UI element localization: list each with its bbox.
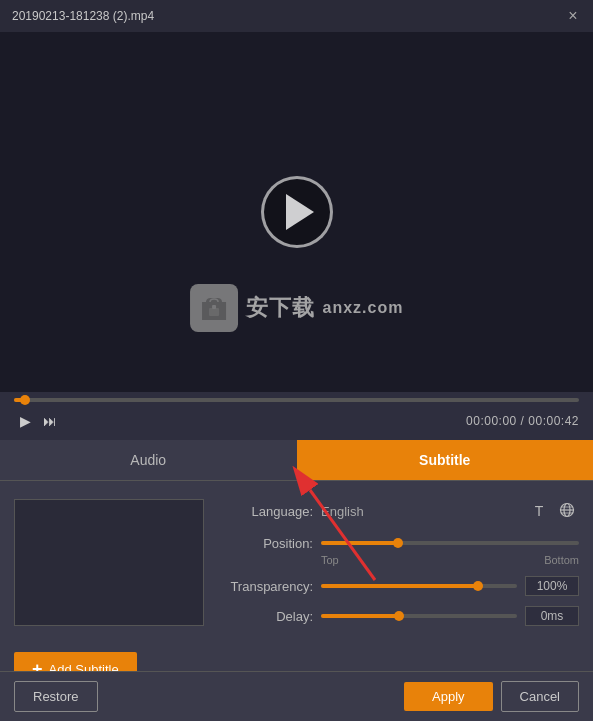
titlebar-title: 20190213-181238 (2).mp4 bbox=[12, 9, 154, 23]
play-control-icon: ▶ bbox=[20, 413, 31, 429]
svg-rect-1 bbox=[212, 305, 216, 309]
text-icon: T bbox=[535, 503, 544, 519]
progress-track[interactable] bbox=[14, 398, 579, 402]
position-slider[interactable] bbox=[321, 533, 579, 553]
watermark: 安下载 anxz.com bbox=[190, 284, 404, 332]
apply-button[interactable]: Apply bbox=[404, 682, 493, 711]
cancel-button[interactable]: Cancel bbox=[501, 681, 579, 712]
position-left-label: Top bbox=[321, 554, 339, 566]
skip-button[interactable]: ⏭ bbox=[37, 409, 63, 433]
delay-slider[interactable] bbox=[321, 606, 517, 626]
position-fill bbox=[321, 541, 398, 545]
watermark-text: 安下载 bbox=[246, 293, 315, 323]
position-label: Position: bbox=[218, 536, 313, 551]
time-total: 00:00:42 bbox=[528, 414, 579, 428]
bottom-bar: Restore Apply Cancel bbox=[0, 671, 593, 721]
watermark-icon bbox=[190, 284, 238, 332]
position-labels: Top Bottom bbox=[218, 554, 579, 566]
delay-row: Delay: 0ms bbox=[218, 606, 579, 626]
restore-button[interactable]: Restore bbox=[14, 681, 98, 712]
delay-value: 0ms bbox=[525, 606, 579, 626]
globe-icon bbox=[559, 502, 575, 521]
titlebar: 20190213-181238 (2).mp4 × bbox=[0, 0, 593, 32]
controls-bar: ▶ ⏭ 00:00:00 / 00:00:42 bbox=[0, 402, 593, 440]
delay-fill bbox=[321, 614, 399, 618]
language-row: Language: English T bbox=[218, 499, 579, 523]
play-icon bbox=[286, 194, 314, 230]
subtitle-preview bbox=[14, 499, 204, 626]
transparency-label: Transparency: bbox=[218, 579, 313, 594]
position-row: Position: Top Bottom bbox=[218, 533, 579, 566]
position-right-label: Bottom bbox=[544, 554, 579, 566]
watermark-subtext: anxz.com bbox=[323, 299, 404, 317]
language-label: Language: bbox=[218, 504, 313, 519]
delay-label: Delay: bbox=[218, 609, 313, 624]
transparency-row: Transparency: 100% bbox=[218, 576, 579, 596]
close-button[interactable]: × bbox=[565, 8, 581, 24]
progress-handle[interactable] bbox=[20, 395, 30, 405]
time-current: 00:00:00 bbox=[466, 414, 517, 428]
position-handle[interactable] bbox=[393, 538, 403, 548]
play-control-button[interactable]: ▶ bbox=[14, 409, 37, 433]
transparency-fill bbox=[321, 584, 478, 588]
transparency-value: 100% bbox=[525, 576, 579, 596]
language-value: English bbox=[321, 504, 519, 519]
transparency-handle[interactable] bbox=[473, 581, 483, 591]
text-format-button[interactable]: T bbox=[527, 499, 551, 523]
tab-audio[interactable]: Audio bbox=[0, 440, 297, 480]
tab-subtitle[interactable]: Subtitle bbox=[297, 440, 594, 480]
settings-fields: Language: English T bbox=[218, 489, 593, 636]
time-display: 00:00:00 / 00:00:42 bbox=[466, 414, 579, 428]
video-area: 安下载 anxz.com bbox=[0, 32, 593, 392]
play-button[interactable] bbox=[261, 176, 333, 248]
bag-icon bbox=[198, 292, 230, 324]
delay-handle[interactable] bbox=[394, 611, 404, 621]
language-icons: T bbox=[527, 499, 579, 523]
transparency-slider[interactable] bbox=[321, 576, 517, 596]
globe-button[interactable] bbox=[555, 499, 579, 523]
skip-icon: ⏭ bbox=[43, 413, 57, 429]
svg-rect-0 bbox=[209, 308, 219, 316]
tabs-row: Audio Subtitle bbox=[0, 440, 593, 481]
settings-panel: Language: English T bbox=[0, 481, 593, 644]
progress-area[interactable] bbox=[0, 392, 593, 402]
